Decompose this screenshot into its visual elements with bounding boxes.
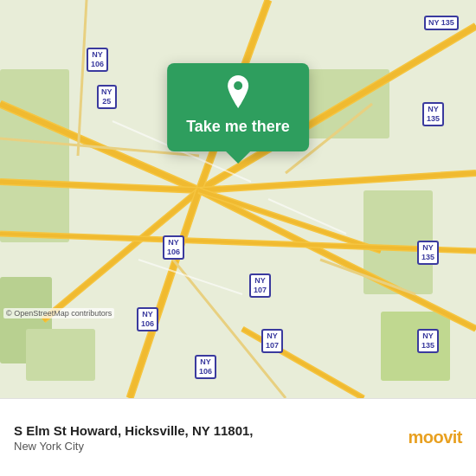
shield-ny107-1: NY107 <box>249 273 271 298</box>
svg-rect-1 <box>0 69 69 242</box>
osm-attribution: © OpenStreetMap contributors <box>3 308 114 318</box>
popup-label: Take me there <box>186 118 290 136</box>
map-pin-icon <box>186 75 290 113</box>
address-section: S Elm St Howard, Hicksville, NY 11801, N… <box>14 423 397 453</box>
moovit-logo: moovit <box>408 428 462 447</box>
popup-card[interactable]: Take me there <box>167 63 309 151</box>
map-container[interactable]: NY 135 NY106 NY25 NY135 NY135 NY106 NY10… <box>0 0 476 398</box>
svg-point-37 <box>234 81 242 90</box>
address-sub: New York City <box>14 440 397 453</box>
shield-ny25: NY25 <box>97 85 117 109</box>
shield-ny107-2: NY107 <box>261 329 283 353</box>
moovit-text: moovit <box>408 428 462 447</box>
bottom-bar: S Elm St Howard, Hicksville, NY 11801, N… <box>0 398 476 476</box>
shield-ny135-top: NY 135 <box>424 16 459 30</box>
shield-ny106-btm2: NY106 <box>195 355 216 379</box>
shield-ny106-mid: NY106 <box>163 235 184 260</box>
shield-ny106-top: NY106 <box>87 48 108 72</box>
svg-rect-5 <box>381 312 450 381</box>
shield-ny135-right2: NY135 <box>417 241 439 265</box>
shield-ny135-btm: NY135 <box>417 329 439 353</box>
shield-ny106-btm: NY106 <box>137 307 158 331</box>
svg-rect-6 <box>26 329 95 381</box>
address-main: S Elm St Howard, Hicksville, NY 11801, <box>14 423 397 438</box>
shield-ny135-right1: NY135 <box>422 102 444 126</box>
